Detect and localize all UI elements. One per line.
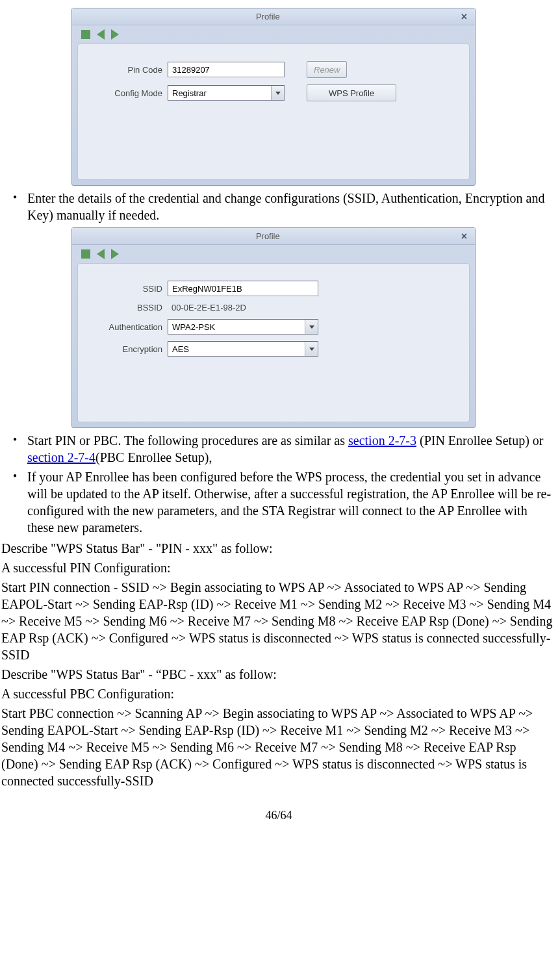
pin-code-label: Pin Code <box>91 65 162 75</box>
dialog-body: Pin Code Renew Config Mode WPS Profile <box>77 44 470 180</box>
bullet-item: Start PIN or PBC. The following procedur… <box>1 432 556 466</box>
stop-icon[interactable] <box>81 249 90 259</box>
profile-dialog-1: Profile × Pin Code Renew Config Mode <box>71 8 476 186</box>
paragraph: Describe "WPS Status Bar" - “PBC - xxx" … <box>1 666 556 683</box>
wps-profile-button[interactable]: WPS Profile <box>307 84 396 101</box>
dialog-body: SSID BSSID 00-0E-2E-E1-98-2D Authenticat… <box>77 263 470 422</box>
link-section-2-7-3[interactable]: section 2-7-3 <box>348 433 416 448</box>
renew-button[interactable]: Renew <box>307 61 347 78</box>
bullet-item: Enter the details of the credential and … <box>1 190 556 223</box>
chevron-down-icon[interactable] <box>271 86 284 100</box>
close-icon[interactable]: × <box>459 231 470 242</box>
dialog-toolbar <box>72 25 475 44</box>
forward-arrow-icon[interactable] <box>111 249 119 259</box>
back-arrow-icon[interactable] <box>97 249 105 259</box>
dialog-titlebar: Profile × <box>72 8 475 25</box>
paragraph: A successful PBC Configuration: <box>1 685 556 702</box>
close-icon[interactable]: × <box>459 11 470 23</box>
bullet-item: If your AP Enrollee has been configured … <box>1 468 556 536</box>
encryption-label: Encryption <box>91 344 162 354</box>
back-arrow-icon[interactable] <box>97 29 105 40</box>
paragraph: Start PBC connection ~> Scanning AP ~> B… <box>1 705 556 789</box>
bssid-label: BSSID <box>91 303 162 312</box>
paragraph: Describe "WPS Status Bar" - "PIN - xxx" … <box>1 540 556 557</box>
stop-icon[interactable] <box>81 30 90 39</box>
dialog-toolbar <box>72 245 475 263</box>
link-section-2-7-4[interactable]: section 2-7-4 <box>27 450 95 464</box>
text: Start PIN or PBC. The following procedur… <box>27 433 348 448</box>
forward-arrow-icon[interactable] <box>111 29 119 40</box>
page-number: 46/64 <box>1 809 556 822</box>
chevron-down-icon[interactable] <box>305 342 318 356</box>
chevron-down-icon[interactable] <box>305 320 318 334</box>
encryption-select[interactable] <box>168 341 318 357</box>
profile-dialog-2: Profile × SSID BSSID 00-0E-2E-E1-98-2D A… <box>71 227 476 428</box>
config-mode-label: Config Mode <box>91 88 162 98</box>
text: (PIN Enrollee Setup) or <box>416 433 544 448</box>
paragraph: Start PIN connection - SSID ~> Begin ass… <box>1 579 556 663</box>
auth-select[interactable] <box>168 319 318 335</box>
auth-label: Authentication <box>91 322 162 332</box>
ssid-input[interactable] <box>168 281 318 296</box>
bssid-value: 00-0E-2E-E1-98-2D <box>168 303 246 312</box>
dialog-title: Profile <box>77 12 459 21</box>
paragraph: A successful PIN Configuration: <box>1 559 556 576</box>
text: (PBC Enrollee Setup), <box>95 450 212 464</box>
dialog-title: Profile <box>77 231 459 241</box>
ssid-label: SSID <box>91 284 162 294</box>
dialog-titlebar: Profile × <box>72 228 475 245</box>
config-mode-select[interactable] <box>168 85 285 101</box>
pin-code-input[interactable] <box>168 62 285 77</box>
